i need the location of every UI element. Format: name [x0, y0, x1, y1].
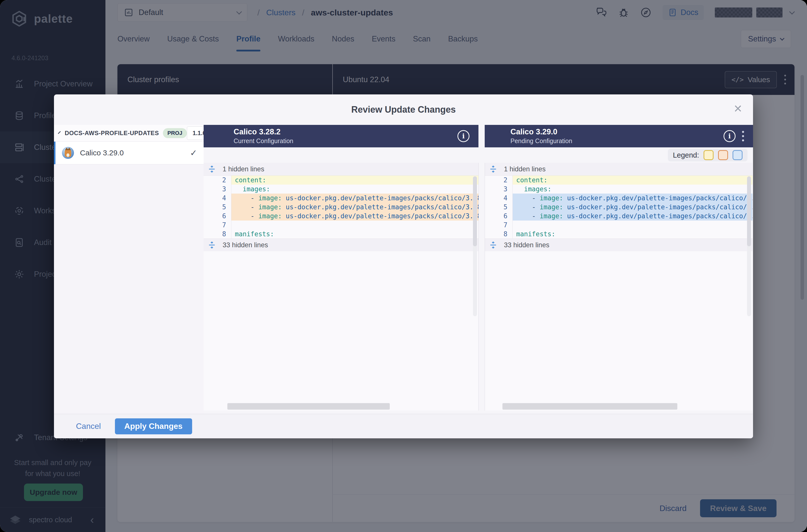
hidden-lines-label: 33 hidden lines — [504, 241, 549, 249]
code-line: 6 - image: us-docker.pkg.dev/palette-ima… — [204, 212, 478, 221]
code-line: 7 — [204, 221, 478, 230]
kebab-menu-icon[interactable] — [742, 131, 744, 141]
modal-titlebar: Review Update Changes × — [54, 94, 753, 125]
legend-swatch-yellow — [703, 150, 714, 160]
unfold-icon — [208, 165, 216, 173]
code-line: 8manifests: — [204, 230, 478, 239]
diff-pane-current: 1 hidden lines 2content:3 images:4 - ima… — [204, 163, 479, 411]
vertical-scrollbar[interactable] — [747, 176, 751, 316]
current-pack-subtitle: Current Configuration — [233, 137, 293, 145]
code-line: 3 images: — [485, 185, 753, 194]
hidden-lines-label: 1 hidden lines — [504, 165, 546, 173]
pack-item-calico[interactable]: Calico 3.29.0 ✓ — [54, 141, 204, 164]
hidden-lines-label: 1 hidden lines — [223, 165, 264, 173]
diff-pane-left-lines: 2content:3 images:4 - image: us-docker.p… — [204, 176, 478, 239]
hidden-lines-label: 33 hidden lines — [223, 241, 268, 249]
legend-row: Legend: — [204, 147, 753, 163]
hidden-lines-bottom[interactable]: 33 hidden lines — [204, 239, 478, 251]
pending-pack-title: Calico 3.29.0 — [510, 127, 572, 137]
modal-title: Review Update Changes — [54, 94, 753, 125]
code-line: 3 images: — [204, 185, 478, 194]
legend-label: Legend: — [673, 151, 699, 159]
unfold-icon — [208, 241, 216, 249]
code-line: 8manifests: — [485, 230, 753, 239]
close-icon[interactable]: × — [734, 101, 742, 115]
profile-header-row[interactable]: DOCS-AWS-PROFILE-UPDATES PROJ 1.1.0 — [54, 125, 204, 141]
hidden-lines-top[interactable]: 1 hidden lines — [485, 163, 753, 176]
review-update-changes-modal: Review Update Changes × DOCS-AWS-PROFILE… — [54, 94, 753, 438]
horizontal-scrollbar[interactable] — [503, 403, 677, 410]
calico-pack-icon — [62, 147, 74, 159]
code-line: 6 - image: us-docker.pkg.dev/palette-ima… — [485, 212, 753, 221]
code-line: 5 - image: us-docker.pkg.dev/palette-ima… — [485, 203, 753, 212]
pack-name: Calico 3.29.0 — [80, 149, 124, 157]
horizontal-scrollbar[interactable] — [227, 403, 390, 410]
code-line: 7 — [485, 221, 753, 230]
app-window: palette 4.6.0-241203 Project Overview Pr… — [0, 0, 807, 532]
unfold-icon — [489, 241, 498, 249]
current-pack-title: Calico 3.28.2 — [233, 127, 293, 137]
diff-pane-pending: 1 hidden lines 2content:3 images:4 - ima… — [485, 163, 753, 411]
code-line: 2content: — [204, 176, 478, 185]
code-line: 2content: — [485, 176, 753, 185]
code-line: 5 - image: us-docker.pkg.dev/palette-ima… — [204, 203, 478, 212]
cancel-button[interactable]: Cancel — [76, 422, 101, 431]
code-line: 4 - image: us-docker.pkg.dev/palette-ima… — [485, 194, 753, 203]
legend-swatch-blue — [733, 150, 743, 160]
code-line: 4 - image: us-docker.pkg.dev/palette-ima… — [204, 194, 478, 203]
profile-packs-panel: DOCS-AWS-PROFILE-UPDATES PROJ 1.1.0 Cali… — [54, 125, 204, 414]
diff-header-pending: Calico 3.29.0 Pending Configuration i — [485, 125, 753, 147]
unfold-icon — [489, 165, 498, 173]
diff-legend: Legend: — [668, 149, 748, 162]
modal-footer: Cancel Apply Changes — [54, 414, 753, 438]
info-icon[interactable]: i — [724, 130, 735, 142]
diff-pane-right-lines: 2content:3 images:4 - image: us-docker.p… — [485, 176, 753, 239]
screen: palette 4.6.0-241203 Project Overview Pr… — [0, 0, 807, 532]
profile-name: DOCS-AWS-PROFILE-UPDATES — [65, 130, 159, 137]
apply-changes-button[interactable]: Apply Changes — [115, 418, 192, 434]
vertical-scrollbar[interactable] — [473, 176, 477, 316]
info-icon[interactable]: i — [457, 130, 469, 142]
hidden-lines-top[interactable]: 1 hidden lines — [204, 163, 478, 176]
legend-swatch-orange — [718, 150, 728, 160]
hidden-lines-bottom[interactable]: 33 hidden lines — [485, 239, 753, 251]
diff-view: Calico 3.28.2 Current Configuration i Ca… — [204, 125, 753, 414]
check-icon: ✓ — [190, 148, 198, 158]
pending-pack-subtitle: Pending Configuration — [510, 137, 572, 145]
scope-badge: PROJ — [163, 128, 187, 138]
diff-header-current: Calico 3.28.2 Current Configuration i — [204, 125, 478, 147]
chevron-down-icon — [58, 131, 61, 134]
